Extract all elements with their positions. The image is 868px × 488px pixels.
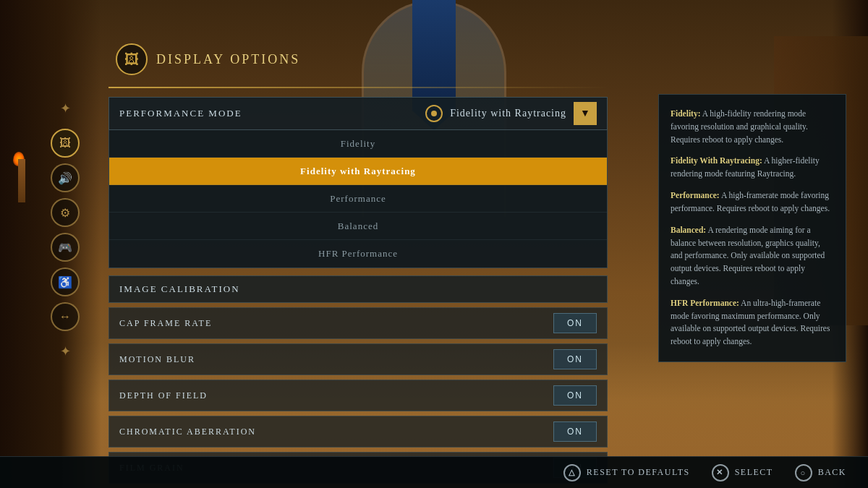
info-text-3: A rendering mode aiming for a balance be… <box>671 226 825 286</box>
depth-of-field-row[interactable]: DEPTH OF FIELD ON <box>109 380 608 411</box>
info-entry-1: Fidelity With Raytracing: A higher-fidel… <box>671 155 834 181</box>
dropdown-selected-value: Fidelity with Raytracing <box>450 108 566 119</box>
option-balanced[interactable]: Balanced <box>109 213 607 240</box>
side-nav-display[interactable]: 🖼 <box>51 129 80 158</box>
torch-left <box>18 159 25 202</box>
info-entry-2: Performance: A high-framerate mode favor… <box>671 189 834 215</box>
reset-to-defaults-action[interactable]: △ RESET TO DEFAULTS <box>563 464 690 481</box>
side-nav-bottom-cross[interactable]: ✦ <box>51 337 80 366</box>
cap-frame-rate-label: CAP FRAME RATE <box>119 318 553 329</box>
back-label: BACK <box>818 467 846 478</box>
side-nav-accessibility[interactable]: ♿ <box>51 267 80 296</box>
back-icon: ○ <box>795 464 812 481</box>
main-panel: 🖼 DISPLAY OPTIONS PERFORMANCE MODE Fidel… <box>109 43 608 488</box>
info-entry-0: Fidelity: A high-fidelity rendering mode… <box>671 108 834 146</box>
select-label: SELECT <box>735 467 773 478</box>
reset-label: RESET TO DEFAULTS <box>587 467 690 478</box>
info-heading-4: HFR Performance: <box>671 299 739 307</box>
side-nav-settings[interactable]: ⚙ <box>51 198 80 227</box>
side-nav: ✦ 🖼 🔊 ⚙ 🎮 ♿ ↔ ✦ <box>51 94 80 366</box>
info-heading-3: Balanced: <box>671 226 706 234</box>
title-icon: 🖼 <box>116 43 148 75</box>
title-underline <box>109 87 608 88</box>
info-heading-1: Fidelity With Raytracing: <box>671 156 762 165</box>
option-fidelity-raytracing[interactable]: Fidelity with Raytracing <box>109 158 607 185</box>
option-fidelity[interactable]: Fidelity <box>109 130 607 158</box>
info-heading-2: Performance: <box>671 191 720 200</box>
chromatic-aberration-label: CHROMATIC ABERRATION <box>119 427 553 437</box>
select-icon: ✕ <box>712 464 729 481</box>
cap-frame-rate-row[interactable]: CAP FRAME RATE ON <box>109 307 608 339</box>
info-panel: Fidelity: A high-fidelity rendering mode… <box>658 94 846 362</box>
motion-blur-toggle[interactable]: ON <box>553 349 597 369</box>
info-heading-0: Fidelity: <box>671 109 701 118</box>
title-bar: 🖼 DISPLAY OPTIONS <box>109 43 608 75</box>
side-nav-move[interactable]: ✦ <box>51 94 80 123</box>
image-calibration-header: IMAGE CALIBRATION <box>109 275 608 303</box>
chromatic-aberration-toggle[interactable]: ON <box>553 421 597 442</box>
image-calibration-label: IMAGE CALIBRATION <box>119 283 240 295</box>
dropdown-value-area: Fidelity with Raytracing <box>425 105 566 122</box>
dropdown-header[interactable]: PERFORMANCE MODE Fidelity with Raytracin… <box>109 97 608 130</box>
back-action[interactable]: ○ BACK <box>795 464 846 481</box>
info-entry-4: HFR Performance: An ultra-high-framerate… <box>671 297 834 348</box>
dropdown-circle <box>425 105 443 122</box>
depth-of-field-toggle[interactable]: ON <box>553 385 597 406</box>
side-nav-swap[interactable]: ↔ <box>51 302 80 331</box>
dropdown-circle-inner <box>431 111 437 116</box>
info-entry-3: Balanced: A rendering mode aiming for a … <box>671 224 834 288</box>
page-title: DISPLAY OPTIONS <box>156 52 300 67</box>
depth-of-field-label: DEPTH OF FIELD <box>119 390 553 401</box>
side-nav-audio[interactable]: 🔊 <box>51 163 80 192</box>
side-nav-gamepad[interactable]: 🎮 <box>51 233 80 262</box>
dropdown-list: Fidelity Fidelity with Raytracing Perfor… <box>109 130 608 268</box>
reset-icon: △ <box>563 464 581 481</box>
motion-blur-label: MOTION BLUR <box>119 354 553 365</box>
motion-blur-row[interactable]: MOTION BLUR ON <box>109 343 608 375</box>
cap-frame-rate-toggle[interactable]: ON <box>553 313 597 333</box>
dropdown-label: PERFORMANCE MODE <box>119 108 425 119</box>
option-performance[interactable]: Performance <box>109 185 607 213</box>
option-hfr-performance[interactable]: HFR Performance <box>109 240 607 267</box>
bottom-bar: △ RESET TO DEFAULTS ✕ SELECT ○ BACK <box>0 456 868 488</box>
dropdown-arrow-icon[interactable]: ▼ <box>574 102 597 125</box>
performance-mode-dropdown[interactable]: PERFORMANCE MODE Fidelity with Raytracin… <box>109 97 608 268</box>
chromatic-aberration-row[interactable]: CHROMATIC ABERRATION ON <box>109 416 608 448</box>
select-action[interactable]: ✕ SELECT <box>712 464 773 481</box>
settings-section: IMAGE CALIBRATION CAP FRAME RATE ON MOTI… <box>109 275 608 484</box>
